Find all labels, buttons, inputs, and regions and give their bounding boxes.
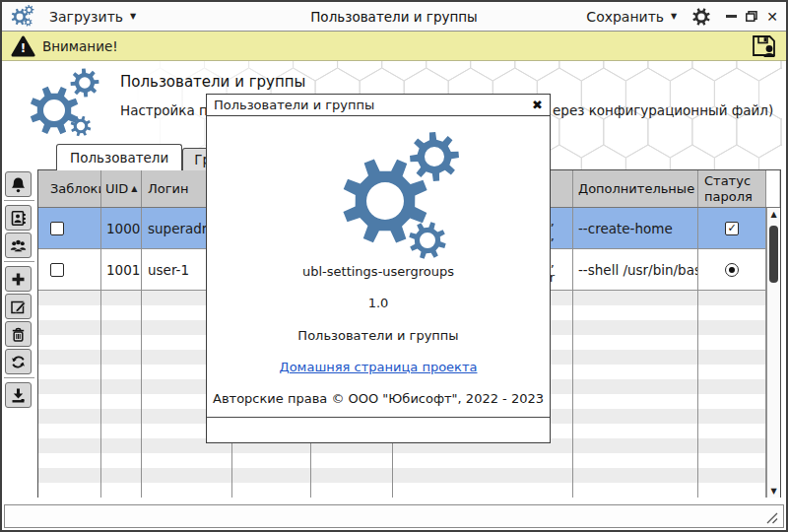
warning-bar: ! Внимание! <box>2 32 786 61</box>
save-local-button[interactable] <box>5 382 32 408</box>
dialog-title: Пользователи и группы <box>214 98 374 112</box>
table-stripe-row <box>38 453 780 468</box>
chevron-down-icon: ▼ <box>671 13 677 21</box>
app-window: Загрузить ▼ Пользователи и группы Сохран… <box>0 0 788 532</box>
load-menu-label: Загрузить <box>49 9 123 25</box>
load-menu-button[interactable]: Загрузить ▼ <box>49 9 136 25</box>
save-menu-button[interactable]: Сохранить ▼ <box>586 9 677 25</box>
column-header-uid[interactable]: UID ▲ <box>101 170 142 207</box>
password-status-checkbox-checked[interactable]: ✓ <box>725 222 739 235</box>
page-subtitle-right: ерез конфигурационный файл) <box>553 102 773 118</box>
table-stripe-row <box>38 468 780 483</box>
settings-gear-icon[interactable] <box>690 6 712 28</box>
trash-icon <box>10 326 27 343</box>
password-status-radio-selected[interactable] <box>725 263 739 277</box>
sidebar-separator <box>4 377 34 378</box>
restore-button[interactable] <box>746 11 757 22</box>
about-dialog: Пользователи и группы ✖ ubl-settings-use… <box>206 94 551 443</box>
column-header-params[interactable]: Дополнительные параметры <box>573 170 698 207</box>
params-cell: --create-home <box>573 208 698 248</box>
save-user-file-icon[interactable] <box>751 33 777 58</box>
dialog-app-id: ubl-settings-usergroups <box>207 264 550 279</box>
address-book-icon <box>10 210 27 227</box>
scroll-up-icon[interactable]: ▲ <box>767 208 780 221</box>
locked-checkbox[interactable] <box>50 222 64 235</box>
scrollbar-thumb[interactable] <box>769 226 778 283</box>
plus-icon <box>10 271 27 288</box>
sort-asc-icon: ▲ <box>131 185 137 193</box>
page-title: Пользователи и группы <box>120 73 305 91</box>
save-menu-label: Сохранить <box>586 9 664 25</box>
sidebar-separator <box>4 261 34 262</box>
project-homepage-link[interactable]: Домашняя страница проекта <box>280 360 478 374</box>
content-area: Пользователи и группы Настройка по ерез … <box>2 61 786 504</box>
page-gears-logo <box>26 65 114 144</box>
bell-icon <box>10 176 27 193</box>
download-icon <box>10 387 27 404</box>
params-cell: --shell /usr/bin/bash <box>573 249 698 290</box>
chevron-down-icon: ▼ <box>130 13 136 21</box>
table-stripe-row <box>38 483 780 498</box>
header-spacer <box>766 170 779 207</box>
close-window-button[interactable]: ✕ <box>766 10 778 24</box>
app-gears-icon <box>10 3 37 30</box>
dialog-titlebar: Пользователи и группы ✖ <box>207 95 550 116</box>
user-groups-button[interactable] <box>5 233 32 258</box>
window-title: Пользователи и группы <box>310 9 478 25</box>
tab-users[interactable]: Пользователи <box>56 144 182 170</box>
toolbar: Загрузить ▼ Пользователи и группы Сохран… <box>2 2 786 32</box>
add-button[interactable] <box>5 266 32 292</box>
users-icon <box>10 237 27 254</box>
column-header-password-status[interactable]: Статус пароля <box>698 170 766 207</box>
dialog-footer <box>207 417 550 442</box>
uid-cell: 1001 <box>101 249 142 290</box>
scroll-down-icon[interactable]: ▼ <box>767 485 780 498</box>
dialog-app-name: Пользователи и группы <box>207 328 550 343</box>
delete-button[interactable] <box>5 321 32 347</box>
svg-text:!: ! <box>21 41 26 55</box>
edit-button[interactable] <box>5 294 32 319</box>
warning-triangle-icon: ! <box>11 35 35 57</box>
dialog-copyright: Авторские права © ООО "Юбисофт", 2022 - … <box>207 391 550 406</box>
dialog-gears-logo <box>323 127 471 280</box>
edit-icon <box>10 299 27 315</box>
resize-grip[interactable] <box>765 511 779 524</box>
uid-cell: 1000 <box>101 208 142 248</box>
dialog-version: 1.0 <box>207 296 550 310</box>
warning-label: Внимание! <box>42 38 118 54</box>
status-bar <box>4 504 784 528</box>
user-card-button[interactable] <box>5 205 32 231</box>
vertical-scrollbar[interactable]: ▲ ▼ <box>766 208 780 498</box>
refresh-icon <box>10 354 27 370</box>
page-subtitle-left: Настройка по <box>120 102 216 118</box>
sidebar-toolbar <box>4 171 34 410</box>
notifications-button[interactable] <box>5 171 32 197</box>
dialog-close-icon[interactable]: ✖ <box>532 98 543 112</box>
refresh-button[interactable] <box>5 349 32 374</box>
column-header-locked[interactable]: Заблокир <box>38 170 101 207</box>
locked-checkbox[interactable] <box>50 263 64 277</box>
minimize-button[interactable] <box>726 15 737 18</box>
sidebar-separator <box>4 200 34 201</box>
